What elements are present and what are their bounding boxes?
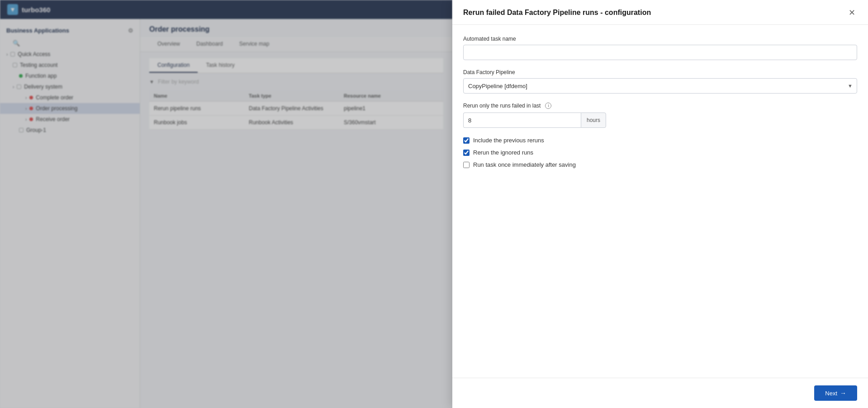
dialog-panel: Rerun failed Data Factory Pipeline runs … xyxy=(452,0,868,408)
run-once-label: Run task once immediately after saving xyxy=(473,161,576,168)
rerun-hours-group: Rerun only the runs failed in last i hou… xyxy=(463,103,857,128)
arrow-right-icon: → xyxy=(840,389,846,397)
pipeline-select[interactable]: CopyPipeline [dfdemo] xyxy=(463,78,857,94)
run-once-checkbox[interactable] xyxy=(463,162,470,168)
rerun-hours-input[interactable] xyxy=(463,113,581,128)
next-button[interactable]: Next → xyxy=(814,385,857,401)
next-button-label: Next xyxy=(825,390,837,397)
rerun-input-wrapper: hours xyxy=(463,113,857,128)
data-factory-pipeline-group: Data Factory Pipeline CopyPipeline [dfde… xyxy=(463,69,857,94)
automated-task-name-input[interactable] xyxy=(463,45,857,60)
rerun-label: Rerun only the runs failed in last xyxy=(463,103,541,109)
automated-task-name-group: Automated task name xyxy=(463,36,857,60)
rerun-ignored-group: Rerun the ignored runs xyxy=(463,149,857,156)
include-previous-checkbox[interactable] xyxy=(463,137,470,144)
close-button[interactable]: ✕ xyxy=(846,7,857,18)
hours-group: hours xyxy=(463,113,857,128)
include-previous-label: Include the previous reruns xyxy=(473,137,544,144)
run-once-group: Run task once immediately after saving xyxy=(463,161,857,168)
rerun-label-group: Rerun only the runs failed in last i xyxy=(463,103,857,109)
dialog-body: Automated task name Data Factory Pipelin… xyxy=(452,25,868,378)
dialog-title: Rerun failed Data Factory Pipeline runs … xyxy=(463,9,651,17)
data-factory-pipeline-label: Data Factory Pipeline xyxy=(463,69,857,75)
include-previous-group: Include the previous reruns xyxy=(463,137,857,144)
rerun-ignored-label: Rerun the ignored runs xyxy=(473,149,533,156)
dialog-footer: Next → xyxy=(452,378,868,408)
rerun-ignored-checkbox[interactable] xyxy=(463,150,470,156)
dialog-header: Rerun failed Data Factory Pipeline runs … xyxy=(452,0,868,25)
info-icon[interactable]: i xyxy=(545,103,551,109)
pipeline-select-wrapper: CopyPipeline [dfdemo] ▼ xyxy=(463,78,857,94)
hours-suffix: hours xyxy=(581,113,606,128)
overlay-backdrop xyxy=(0,0,452,408)
automated-task-name-label: Automated task name xyxy=(463,36,857,42)
